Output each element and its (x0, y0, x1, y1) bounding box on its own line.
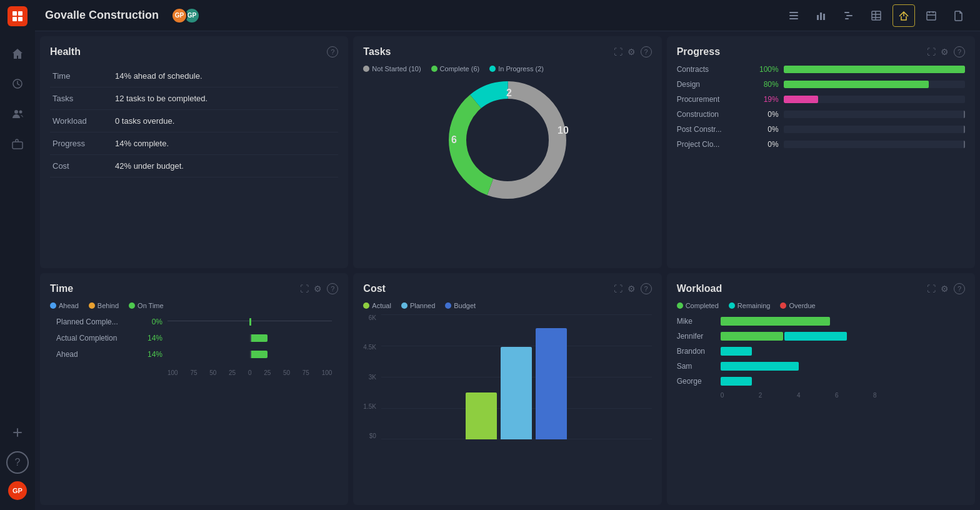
workload-legend: Completed Remaining Overdue (677, 302, 965, 309)
time-chart-area: Planned Comple... 0% Actual Completion 1… (50, 317, 338, 376)
svg-point-5 (14, 110, 18, 114)
workload-settings-icon[interactable]: ⚙ (941, 284, 949, 294)
gantt-view-icon[interactable] (838, 4, 860, 27)
sidebar-user-avatar[interactable]: GP (8, 481, 27, 500)
tasks-title: Tasks (363, 46, 391, 58)
progress-label-procurement: Procurement (677, 95, 746, 104)
health-label-tasks: Tasks (50, 88, 112, 110)
workload-row-jennifer: Jennifer (677, 332, 965, 341)
sidebar-add-button[interactable] (6, 421, 29, 444)
time-panel-header: Time ⛶ ⚙ ? (50, 283, 338, 294)
sidebar-item-home[interactable] (6, 42, 29, 65)
sidebar-help-button[interactable]: ? (6, 451, 29, 474)
health-value-tasks: 12 tasks to be completed. (112, 88, 338, 110)
health-help-icon[interactable]: ? (327, 46, 338, 58)
donut-chart: 6 10 2 (363, 78, 651, 202)
svg-point-6 (19, 111, 22, 114)
dashboard-view-icon[interactable] (892, 4, 915, 27)
tasks-expand-icon[interactable]: ⛶ (614, 47, 622, 57)
time-pct-actual: 14% (138, 334, 162, 342)
progress-bar-project-close (784, 141, 965, 148)
workload-chart-area: Mike Jennifer Brandon Sam (677, 317, 965, 399)
time-ahead-zero (250, 351, 251, 358)
progress-pct-post-construction: 0% (751, 125, 779, 134)
app-logo[interactable] (8, 6, 28, 26)
sidebar: ? GP (0, 0, 35, 510)
table-view-icon[interactable] (865, 4, 888, 27)
cost-bar-actual (466, 392, 497, 439)
planned-dot (401, 302, 408, 309)
progress-bar-construction (784, 111, 965, 118)
workload-bar-george-remaining (721, 377, 752, 386)
progress-settings-icon[interactable]: ⚙ (941, 47, 949, 57)
workload-bar-jennifer-remaining (784, 332, 847, 341)
budget-dot (445, 302, 451, 309)
donut-label-not-started: 10 (558, 125, 569, 136)
time-bar-ahead-fill (250, 351, 268, 358)
time-settings-icon[interactable]: ⚙ (314, 284, 322, 294)
progress-row-design: Design 80% (677, 80, 965, 89)
health-label-cost: Cost (50, 155, 112, 178)
health-label-progress: Progress (50, 132, 112, 155)
cost-settings-icon[interactable]: ⚙ (628, 284, 636, 294)
health-row-progress: Progress 14% complete. (50, 132, 338, 155)
in-progress-label: In Progress (2) (498, 65, 544, 72)
time-row-actual: Actual Completion 14% (56, 333, 332, 343)
completed-label: Completed (686, 302, 719, 309)
overdue-dot (780, 302, 786, 309)
avatar-1: GP (171, 8, 188, 24)
progress-title: Progress (677, 46, 720, 58)
tasks-help-icon[interactable]: ? (641, 46, 652, 58)
time-axis-50-left: 50 (209, 369, 216, 376)
time-help-icon[interactable]: ? (327, 283, 338, 294)
sidebar-item-history[interactable] (6, 72, 29, 95)
sidebar-item-people[interactable] (6, 102, 29, 125)
health-row-cost: Cost 42% under budget. (50, 155, 338, 178)
legend-on-time: On Time (129, 302, 164, 309)
progress-row-contracts: Contracts 100% (677, 65, 965, 74)
calendar-view-icon[interactable] (920, 4, 942, 27)
topbar: Govalle Construction GP GP (35, 0, 980, 31)
complete-label: Complete (6) (440, 65, 480, 72)
progress-row-construction: Construction 0% (677, 110, 965, 119)
behind-dot (89, 302, 95, 309)
tasks-settings-icon[interactable]: ⚙ (628, 47, 636, 57)
bar-chart-view-icon[interactable] (810, 4, 832, 27)
budget-label: Budget (454, 302, 476, 309)
cost-help-icon[interactable]: ? (641, 283, 652, 294)
progress-pct-construction: 0% (751, 110, 779, 119)
cost-bar-budget (536, 328, 567, 439)
progress-fill-contracts (784, 66, 965, 73)
time-expand-icon[interactable]: ⛶ (300, 284, 309, 294)
legend-in-progress: In Progress (2) (489, 65, 544, 72)
document-view-icon[interactable] (948, 4, 970, 27)
time-axis-100-right: 100 (322, 369, 332, 376)
progress-pct-project-close: 0% (751, 140, 779, 149)
time-legend: Ahead Behind On Time (50, 302, 338, 309)
workload-label-george: George (677, 377, 721, 386)
list-view-icon[interactable] (782, 4, 805, 27)
cost-expand-icon[interactable]: ⛶ (614, 284, 622, 294)
progress-help-icon[interactable]: ? (954, 46, 965, 58)
cost-panel: Cost ⛶ ⚙ ? Actual Planned Budget (353, 273, 661, 505)
health-value-workload: 0 tasks overdue. (112, 110, 338, 132)
remaining-dot (729, 302, 735, 309)
progress-row-post-construction: Post Constr... 0% (677, 125, 965, 134)
svg-rect-17 (872, 11, 881, 20)
health-value-cost: 42% under budget. (112, 155, 338, 178)
progress-expand-icon[interactable]: ⛶ (927, 47, 936, 57)
workload-help-icon[interactable]: ? (954, 283, 965, 294)
cost-y-4-5k: 4.5K (363, 344, 376, 351)
not-started-label: Not Started (10) (372, 65, 421, 72)
donut-svg: 6 10 2 (439, 78, 576, 202)
workload-expand-icon[interactable]: ⛶ (927, 284, 936, 294)
cost-y-axis: 6K 4.5K 3K 1.5K $0 (363, 314, 381, 452)
sidebar-item-briefcase[interactable] (6, 132, 29, 155)
cost-panel-header: Cost ⛶ ⚙ ? (363, 283, 651, 294)
workload-axis-2: 2 (759, 392, 762, 399)
progress-pct-contracts: 100% (751, 65, 779, 74)
workload-axis-0: 0 (721, 392, 724, 399)
time-row-planned: Planned Comple... 0% (56, 317, 332, 327)
progress-panel-icons: ⛶ ⚙ ? (927, 46, 965, 58)
time-axis-0: 0 (248, 369, 252, 376)
